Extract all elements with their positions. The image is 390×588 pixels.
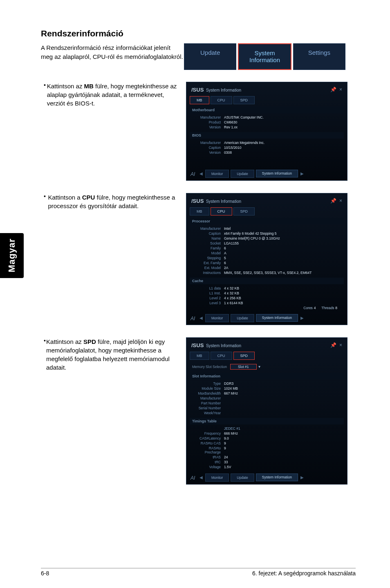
section-bios: BIOS	[190, 132, 344, 139]
nav-monitor[interactable]: Monitor	[205, 170, 229, 178]
row-cpu: • Kattintson a CPU fülre, hogy megtekint…	[41, 193, 356, 325]
brand-logo: /SUS	[191, 198, 204, 204]
v-version: Rev 1.xx	[224, 125, 238, 129]
k-cpu-caption: Caption	[192, 231, 224, 236]
cpu-bold: CPU	[82, 194, 95, 201]
v-cpu-socket: LGA1155	[224, 241, 239, 245]
spd-bold: SPD	[83, 338, 96, 345]
subtab-cpu[interactable]: CPU	[211, 96, 232, 104]
nav-left-icon[interactable]: ◀	[199, 171, 204, 176]
subtab-mb[interactable]: MB	[190, 352, 209, 360]
subtab-mb[interactable]: MB	[190, 207, 209, 215]
v-cas: 9.0	[224, 436, 229, 440]
v-modsize: 1024 MB	[224, 386, 238, 391]
bullet-dot: •	[41, 337, 46, 344]
k-cpu-model: Model	[192, 251, 224, 255]
subtab-spd[interactable]: SPD	[233, 207, 255, 215]
page-footer: 6-8 6. fejezet: A segédprogramok használ…	[41, 568, 356, 577]
v-cpu-caption: x64 Family 6 Model 42 Stepping 5	[224, 231, 277, 236]
memslot-select[interactable]: Slot #1	[230, 364, 256, 370]
language-label: Magyar	[7, 238, 17, 272]
page-number: 6-8	[41, 570, 49, 577]
k-l2: Level 2	[192, 296, 224, 300]
v-tras: 24	[224, 455, 228, 459]
v-l1d: 4 x 32 KB	[224, 286, 239, 290]
bullet-mb-text: Kattintson az MB fülre, hogy megtekinthe…	[47, 82, 182, 108]
cpu-pre: Kattintson a	[48, 194, 82, 201]
window-title: System Information	[206, 343, 241, 348]
close-icon[interactable]: ×	[339, 342, 342, 348]
tab-settings[interactable]: Settings	[293, 43, 345, 70]
page-heading: Rendszerinformáció	[41, 29, 356, 38]
v-product: CM6630	[224, 120, 237, 124]
nav-right-icon[interactable]: ▶	[300, 171, 305, 176]
v-cpu-extfamily: 6	[224, 261, 226, 265]
k-bios-caption: Caption	[192, 146, 224, 150]
pin-icon[interactable]: 📌	[330, 87, 336, 92]
brand-logo: /SUS	[191, 87, 204, 93]
nav-monitor[interactable]: Monitor	[205, 314, 229, 322]
page-content: Rendszerinformáció A Rendszerinformáció …	[41, 29, 356, 497]
nav-left-icon[interactable]: ◀	[199, 475, 204, 480]
subtab-spd[interactable]: SPD	[233, 352, 255, 360]
k-tras: tRAS	[192, 455, 224, 459]
v-rastocas: 9	[224, 441, 226, 445]
k-serial: Serial Number	[192, 406, 224, 410]
ai-suite-icon[interactable]: AI	[191, 171, 197, 176]
k-l1i: L1 Inst.	[192, 291, 224, 295]
close-icon[interactable]: ×	[339, 198, 342, 204]
v-maxbw: 667 MHz	[224, 391, 238, 395]
k-modsize: Module Size	[192, 386, 224, 391]
nav-sysinfo[interactable]: System Information	[256, 170, 298, 177]
window-title: System Information	[206, 199, 241, 204]
tab-update[interactable]: Update	[184, 43, 236, 70]
k-cpu-extfamily: Ext. Family	[192, 261, 224, 265]
k-cpu-stepping: Stepping	[192, 256, 224, 260]
v-cpu-extmodel: 2A	[224, 266, 228, 270]
nav-sysinfo[interactable]: System Information	[256, 314, 298, 322]
k-bios-version: Version	[192, 150, 224, 155]
k-cpu-manufacturer: Manufacturer	[192, 227, 224, 231]
v-type: DDR3	[224, 382, 233, 386]
nav-right-icon[interactable]: ▶	[300, 316, 305, 320]
k-type: Type	[192, 382, 224, 386]
nav-monitor[interactable]: Monitor	[205, 474, 229, 482]
nav-update[interactable]: Update	[231, 474, 254, 482]
k-maxbw: MaxBandwidth	[192, 391, 224, 395]
language-tab: Magyar	[0, 233, 24, 278]
tab-system-information[interactable]: System Information	[238, 43, 291, 70]
k-l1d: L1 data	[192, 286, 224, 290]
memslot-label: Memory Slot Selection	[192, 365, 230, 369]
screenshot-cpu: /SUS System Information 📌 × MB CPU SPD P…	[186, 193, 347, 325]
k-rastocas: RAS#to CAS	[192, 441, 224, 445]
section-slotinfo: Slot Information	[190, 373, 344, 379]
dropdown-icon[interactable]: ▾	[257, 364, 260, 369]
subtab-mb[interactable]: MB	[190, 96, 209, 104]
nav-right-icon[interactable]: ▶	[300, 475, 305, 480]
pin-icon[interactable]: 📌	[330, 342, 336, 348]
top-tab-bar: Update System Information Settings	[184, 43, 345, 70]
subtab-cpu[interactable]: CPU	[211, 207, 232, 215]
pin-icon[interactable]: 📌	[330, 198, 336, 204]
ai-suite-icon[interactable]: AI	[191, 316, 197, 321]
v-freq: 666 MHz	[224, 431, 238, 435]
k-partnum: Part Number	[192, 401, 224, 405]
cores-value: 4	[314, 306, 316, 310]
ai-suite-icon[interactable]: AI	[191, 475, 197, 480]
v-bios-caption: 10/15/2010	[224, 146, 242, 150]
nav-update[interactable]: Update	[231, 170, 254, 178]
subtab-spd[interactable]: SPD	[233, 96, 255, 104]
nav-update[interactable]: Update	[231, 314, 254, 322]
nav-left-icon[interactable]: ◀	[199, 316, 204, 320]
tab-sysinfo-line2: Information	[249, 56, 280, 63]
k-product: Product	[192, 120, 224, 124]
k-freq: Frequency	[192, 431, 224, 435]
v-cpu-manufacturer: Intel	[224, 227, 231, 231]
window-title: System Information	[206, 88, 241, 92]
v-cpu-model: A	[224, 251, 226, 255]
v-l1i: 4 x 32 KB	[224, 291, 239, 295]
nav-sysinfo[interactable]: System Information	[256, 474, 298, 481]
subtab-cpu[interactable]: CPU	[211, 352, 232, 360]
close-icon[interactable]: ×	[339, 87, 342, 92]
k-cpu-socket: Socket	[192, 241, 224, 245]
